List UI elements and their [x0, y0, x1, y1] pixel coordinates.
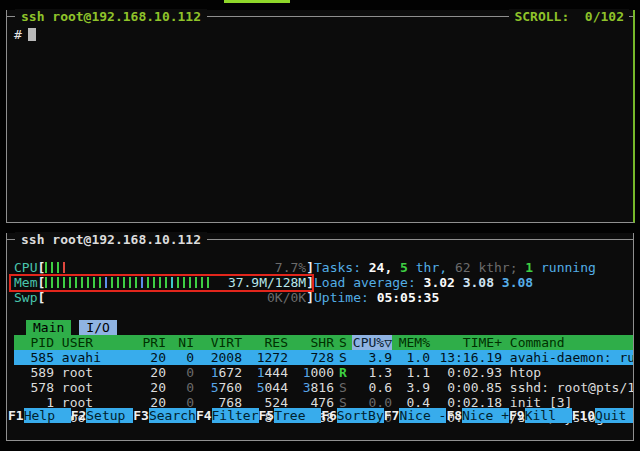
- bottom-pane-titlebar: ssh root@192.168.10.112: [7, 233, 633, 247]
- mem-annotation-rectangle: [9, 274, 314, 292]
- column-header-pri[interactable]: PRI: [130, 335, 166, 350]
- fkey-number: F1: [8, 408, 24, 423]
- column-header-shr[interactable]: SHR: [288, 335, 334, 350]
- fkey-number: F8: [446, 408, 462, 423]
- cell-cpu: 0.6: [352, 380, 392, 395]
- cell-user: root: [54, 380, 130, 395]
- cell-res: 1272: [242, 350, 288, 365]
- process-row-585[interactable]: 585 avahi20020081272728S3.91.013:16.19 a…: [14, 350, 633, 365]
- fkey-label: SortBy: [337, 408, 384, 423]
- tasks-count: 24,: [369, 260, 400, 275]
- bottom-pane-title: ssh root@192.168.10.112: [15, 232, 207, 247]
- column-header-ni[interactable]: NI: [166, 335, 194, 350]
- shell-prompt: #: [14, 27, 22, 42]
- uptime-value: 05:05:35: [377, 290, 440, 305]
- cell-s: S: [334, 350, 352, 365]
- fkey-number: F4: [196, 408, 212, 423]
- cpu-meter: CPU[ 7.7% ]: [14, 260, 314, 275]
- uptime-stat: Uptime: 05:05:35: [314, 290, 439, 305]
- fkey-label: Nice +: [462, 408, 509, 423]
- process-row-578[interactable]: 578 root200576050443816S0.63.90:00.85 ss…: [14, 380, 633, 395]
- thread-count: 5: [400, 260, 408, 275]
- swp-row: Swp[ 0K/0K ] Uptime: 05:05:35: [14, 290, 633, 305]
- tab-main[interactable]: Main: [26, 320, 71, 335]
- tasks-stat: Tasks: 24, 5 thr, 62 kthr; 1 running: [314, 260, 596, 275]
- load-1min: 3.02: [424, 275, 463, 290]
- column-header-cmd[interactable]: Command: [502, 335, 633, 350]
- top-pane-titlebar: ssh root@192.168.10.112 SCROLL: 0/102: [7, 10, 633, 24]
- fkey-label: Quit: [595, 408, 633, 423]
- running-count: 1: [525, 260, 533, 275]
- screen-artifact-line: [224, 0, 290, 3]
- cell-virt: 2008: [194, 350, 242, 365]
- load-average-stat: Load average: 3.02 3.08 3.08: [314, 275, 533, 290]
- cell-shr: 1000: [288, 365, 334, 380]
- cell-virt: 5760: [194, 380, 242, 395]
- fkey-number: F6: [321, 408, 337, 423]
- column-header-mem[interactable]: MEM%: [392, 335, 430, 350]
- bracket: ]: [306, 290, 314, 305]
- bracket: [: [37, 290, 45, 305]
- cell-cpu: 3.9: [352, 350, 392, 365]
- scroll-position-indicator[interactable]: SCROLL: 0/102: [509, 9, 629, 24]
- cell-user: avahi: [54, 350, 130, 365]
- cell-user: root: [54, 365, 130, 380]
- thread-label: thr,: [408, 260, 455, 275]
- fkey-nice+[interactable]: F8Nice +: [446, 408, 509, 423]
- fkey-setup[interactable]: F2Setup: [71, 408, 134, 423]
- cpu-meter-bar: 7.7%: [45, 260, 306, 275]
- fkey-filter[interactable]: F4Filter: [196, 408, 259, 423]
- meter-tick: [45, 262, 47, 273]
- fkey-number: F9: [509, 408, 525, 423]
- fkey-nice-[interactable]: F7Nice -: [384, 408, 447, 423]
- cell-ni: 0: [166, 350, 194, 365]
- process-row-589[interactable]: 589 root200167214441000R1.31.10:02.93 ht…: [14, 365, 633, 380]
- cell-cmd: htop: [502, 365, 633, 380]
- fkey-label: Filter: [212, 408, 259, 423]
- cell-ni: 0: [166, 365, 194, 380]
- column-header-time[interactable]: TIME+: [430, 335, 502, 350]
- fkey-label: Help: [24, 408, 71, 423]
- column-header-virt[interactable]: VIRT: [194, 335, 242, 350]
- column-header-s[interactable]: S: [334, 335, 352, 350]
- cell-pid: 585: [14, 350, 54, 365]
- swap-meter-label: Swp: [14, 290, 37, 305]
- fkey-number: F2: [71, 408, 87, 423]
- fkey-label: Nice -: [399, 408, 446, 423]
- htop-screen: CPU[ 7.7% ] Tasks: 24, 5 thr, 62 kthr; 1…: [7, 247, 633, 425]
- fkey-help[interactable]: F1Help: [8, 408, 71, 423]
- fkey-quit[interactable]: F10Quit: [572, 408, 633, 423]
- cell-s: R: [334, 365, 352, 380]
- cell-ni: 0: [166, 380, 194, 395]
- fkey-label: Search: [149, 408, 196, 423]
- shell-prompt-line[interactable]: #: [7, 24, 633, 42]
- cell-pid: 578: [14, 380, 54, 395]
- meter-value: 7.7%: [275, 260, 306, 275]
- kthread-count: 62 kthr;: [455, 260, 525, 275]
- fkey-number: F5: [259, 408, 275, 423]
- cell-s: S: [334, 380, 352, 395]
- column-header-res[interactable]: RES: [242, 335, 288, 350]
- process-table-header[interactable]: PID USERPRINIVIRTRESSHRSCPU%▽MEM%TIME+ C…: [14, 335, 633, 350]
- bracket: [: [37, 260, 45, 275]
- bracket: ]: [306, 260, 314, 275]
- tab-io[interactable]: I/O: [79, 320, 116, 335]
- column-header-cpu[interactable]: CPU%▽: [352, 335, 392, 350]
- running-label: running: [533, 260, 596, 275]
- fkey-sortby[interactable]: F6SortBy: [321, 408, 384, 423]
- fkey-search[interactable]: F3Search: [133, 408, 196, 423]
- fkey-kill[interactable]: F9Kill: [509, 408, 572, 423]
- cell-res: 1444: [242, 365, 288, 380]
- column-header-pid[interactable]: PID: [14, 335, 54, 350]
- cell-virt: 1672: [194, 365, 242, 380]
- fkey-tree[interactable]: F5Tree: [259, 408, 322, 423]
- ssh-shell-pane: ssh root@192.168.10.112 SCROLL: 0/102 #: [6, 10, 635, 223]
- function-key-bar: F1Help F2Setup F3SearchF4FilterF5Tree F6…: [8, 408, 633, 423]
- fkey-label: Setup: [86, 408, 133, 423]
- column-header-user[interactable]: USER: [54, 335, 130, 350]
- load-15min: 3.08: [502, 275, 533, 290]
- swap-meter-bar: 0K/0K: [45, 290, 306, 305]
- swap-value: 0K/0K: [267, 290, 306, 305]
- terminal-cursor: [28, 28, 36, 41]
- swap-meter: Swp[ 0K/0K ]: [14, 290, 314, 305]
